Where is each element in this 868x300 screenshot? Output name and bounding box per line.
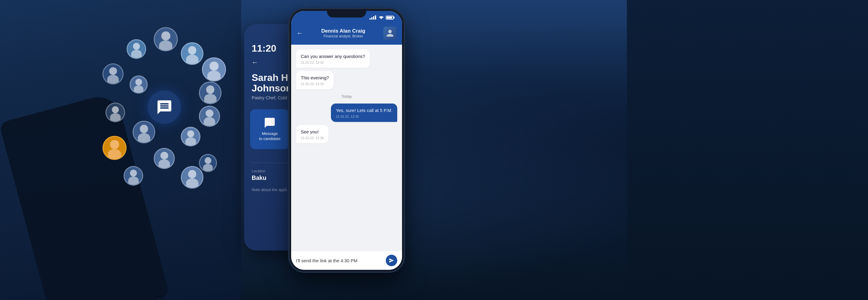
avatar-11: [181, 127, 200, 146]
avatar-4: [102, 63, 124, 84]
signal-bars: [370, 16, 376, 20]
avatar-7: [199, 81, 221, 104]
avatar-5: [202, 57, 226, 81]
send-button[interactable]: [386, 255, 397, 266]
header-info: Dennis Alan Craig Financial analyst. Bro…: [307, 28, 380, 38]
message-2-time: 21.02.22, 12:33: [301, 82, 329, 86]
message-3: Yes, sure! Lets call at 5 P.M. 21.02.22,…: [331, 104, 397, 122]
message-4-text: See you!: [301, 129, 324, 135]
avatar-2: [127, 39, 146, 59]
signal-bar-4: [375, 16, 376, 20]
signal-bar-3: [373, 16, 374, 20]
phone-content: ← Dennis Alan Craig Financial analyst. B…: [291, 11, 402, 270]
avatar-6: [130, 76, 148, 93]
chat-input-field[interactable]: [296, 258, 383, 263]
header-avatar[interactable]: [383, 27, 397, 40]
back-arrow-back[interactable]: ←: [252, 59, 258, 66]
avatar-1: [154, 27, 178, 51]
wifi-icon: [379, 15, 384, 20]
day-separator: Today: [296, 94, 397, 99]
right-overlay: [627, 0, 868, 300]
message-4: See you! 21.02.22, 12:36: [296, 125, 329, 143]
avatar-8: [105, 103, 125, 122]
battery-icon: [386, 16, 394, 20]
message-2-text: This evening?: [301, 75, 329, 81]
message-1: Can you answer any questions? 21.02.22, …: [296, 50, 370, 68]
chat-messages: Can you answer any questions? 21.02.22, …: [291, 45, 402, 251]
back-button-front[interactable]: ←: [297, 29, 303, 37]
message-3-text: Yes, sure! Lets call at 5 P.M.: [336, 107, 393, 113]
phone-front: ← Dennis Alan Craig Financial analyst. B…: [289, 9, 404, 272]
battery-fill: [387, 17, 392, 19]
center-chat-icon: [148, 90, 181, 124]
location-info: Location Baku: [252, 169, 290, 182]
avatar-15: [124, 166, 143, 186]
avatar-16: [181, 166, 204, 189]
avatar-12: [102, 136, 127, 160]
avatar-3: [181, 42, 204, 65]
note-text: Note about the appli...: [252, 187, 290, 192]
location-value: Baku: [252, 174, 290, 182]
avatar-10: [133, 121, 155, 143]
status-icons: [370, 15, 394, 20]
chat-header: ← Dennis Alan Craig Financial analyst. B…: [291, 22, 402, 45]
avatar-9: [199, 106, 220, 127]
signal-bar-2: [371, 17, 373, 20]
header-candidate-role: Financial analyst. Broker: [307, 34, 380, 38]
phone-notch: [327, 9, 366, 18]
message-btn-label: Messageto candidate: [259, 131, 281, 141]
message-3-time: 21.02.22, 12:35: [336, 115, 393, 118]
chat-input-area: [291, 251, 402, 270]
message-1-time: 21.02.22, 12:32: [301, 61, 365, 64]
message-to-candidate-button[interactable]: Messageto candidate: [250, 109, 289, 149]
avatar-13: [154, 148, 175, 169]
header-candidate-name: Dennis Alan Craig: [307, 28, 380, 34]
avatar-placeholder: [383, 27, 397, 40]
avatar-cluster: [84, 15, 250, 226]
message-1-text: Can you answer any questions?: [301, 53, 365, 59]
message-2: This evening? 21.02.22, 12:33: [296, 71, 334, 89]
signal-bar-1: [370, 18, 371, 20]
phone-front-inner: ← Dennis Alan Craig Financial analyst. B…: [291, 11, 402, 270]
location-label: Location: [252, 169, 290, 173]
message-4-time: 21.02.22, 12:36: [301, 136, 324, 140]
